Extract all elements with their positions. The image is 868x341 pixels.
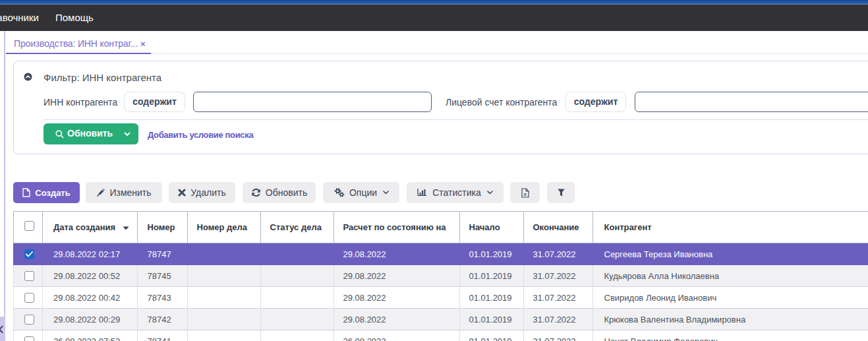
svg-text:x: x bbox=[523, 191, 527, 197]
